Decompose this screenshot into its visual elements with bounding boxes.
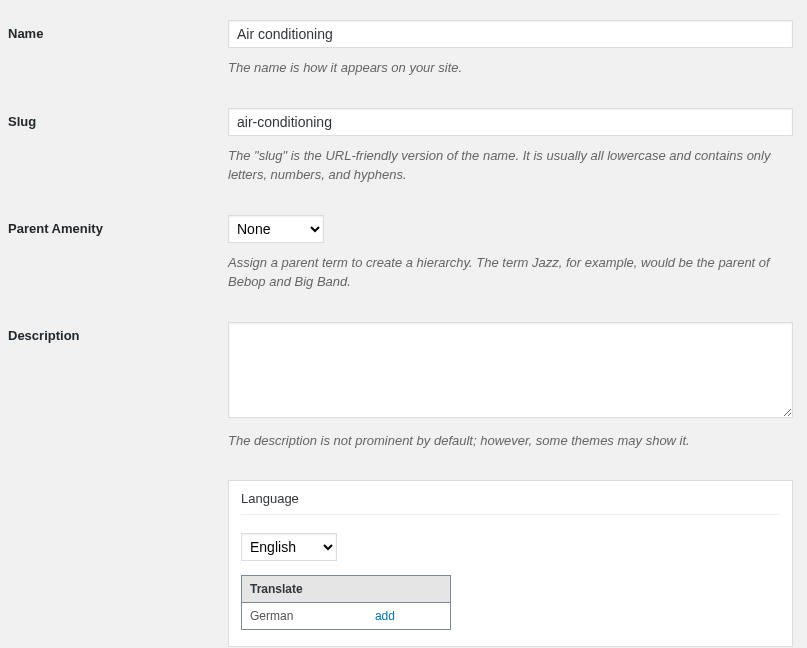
- language-select[interactable]: English: [241, 533, 337, 561]
- parent-select[interactable]: None: [228, 215, 324, 243]
- name-description: The name is how it appears on your site.: [228, 58, 793, 78]
- translate-table: Translate German add: [241, 575, 451, 630]
- name-input[interactable]: [228, 20, 793, 48]
- translate-add-link[interactable]: add: [375, 609, 395, 623]
- table-row: German add: [242, 603, 451, 630]
- name-label: Name: [8, 26, 43, 41]
- description-label: Description: [8, 328, 80, 343]
- description-textarea[interactable]: [228, 322, 793, 418]
- parent-label: Parent Amenity: [8, 221, 103, 236]
- description-hint: The description is not prominent by defa…: [228, 431, 793, 451]
- translate-language: German: [242, 603, 367, 630]
- slug-description: The "slug" is the URL-friendly version o…: [228, 146, 793, 185]
- slug-input[interactable]: [228, 108, 793, 136]
- slug-label: Slug: [8, 114, 36, 129]
- language-box-title: Language: [241, 491, 780, 515]
- translate-header: Translate: [242, 576, 451, 603]
- language-box: Language English Translate German: [228, 480, 793, 647]
- parent-description: Assign a parent term to create a hierarc…: [228, 253, 793, 292]
